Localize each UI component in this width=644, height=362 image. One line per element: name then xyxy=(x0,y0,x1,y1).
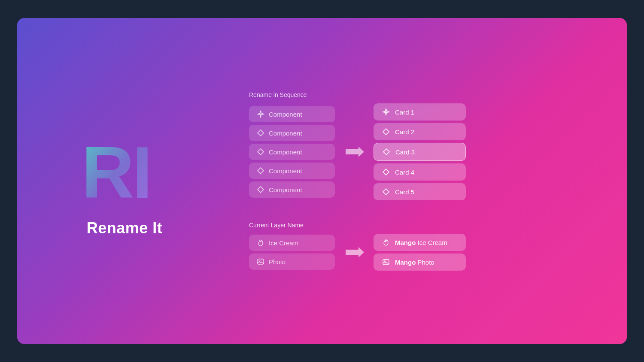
layer-output-cards-column: Mango Ice Cream Mango Photo xyxy=(374,234,466,271)
svg-text:RI: RI xyxy=(82,132,150,211)
photo-icon xyxy=(257,258,264,265)
list-item: Ice Cream xyxy=(249,235,335,251)
list-item: Card 5 xyxy=(374,183,466,200)
list-item: Photo xyxy=(249,253,335,270)
svg-point-1 xyxy=(260,114,261,115)
list-item: Card 2 xyxy=(374,123,466,140)
diamond-icon xyxy=(382,168,390,176)
output-card-text: Card 4 xyxy=(395,169,414,176)
list-item: Component xyxy=(249,181,335,198)
diamond-icon xyxy=(257,129,264,137)
svg-marker-6 xyxy=(346,247,364,257)
photo-icon xyxy=(382,258,390,266)
layer-input-text: Ice Cream xyxy=(269,239,298,247)
list-item: Card 1 xyxy=(374,103,466,121)
diamond-icon xyxy=(257,186,264,193)
current-layer-panel: Current Layer Name Ice Cream xyxy=(249,222,601,271)
app-logo: RI xyxy=(77,125,172,211)
layer-input-text: Photo xyxy=(269,258,286,265)
current-layer-content: Ice Cream Photo xyxy=(249,234,601,271)
rename-sequence-panel: Rename in Sequence Component xyxy=(249,91,601,200)
output-card-text: Card 3 xyxy=(395,148,415,156)
diamond-icon xyxy=(383,148,390,156)
svg-marker-2 xyxy=(346,147,364,157)
input-card-text: Component xyxy=(269,130,302,137)
layer-input-cards-column: Ice Cream Photo xyxy=(249,235,335,270)
svg-point-5 xyxy=(259,260,260,262)
layer-output-text: Mango Ice Cream xyxy=(395,239,447,246)
output-card-text: Card 1 xyxy=(395,109,414,116)
right-arrow-icon xyxy=(343,244,365,261)
logo-container: RI xyxy=(77,125,172,211)
main-container: RI Rename It Rename in Sequence xyxy=(17,18,627,344)
output-card-text: Card 5 xyxy=(395,188,414,196)
svg-rect-7 xyxy=(383,259,389,265)
input-cards-column: Component Component Component xyxy=(249,106,335,198)
svg-point-3 xyxy=(386,112,387,113)
left-section: RI Rename It xyxy=(17,108,232,254)
diamond-icon xyxy=(382,188,390,196)
input-card-text: Component xyxy=(269,148,302,156)
svg-rect-4 xyxy=(258,259,264,264)
diamond-icon xyxy=(257,167,264,175)
input-card-text: Component xyxy=(269,186,302,193)
svg-point-8 xyxy=(384,261,386,262)
layer-output-text: Mango Photo xyxy=(395,259,434,266)
diamond-icon xyxy=(257,148,264,156)
rename-sequence-label: Rename in Sequence xyxy=(249,91,601,98)
current-layer-label: Current Layer Name xyxy=(249,222,601,229)
list-item: Mango Ice Cream xyxy=(374,234,466,251)
list-item: Mango Photo xyxy=(374,253,466,271)
flame-icon xyxy=(382,238,390,246)
list-item: Component xyxy=(249,106,335,122)
rename-sequence-content: Component Component Component xyxy=(249,103,601,200)
right-section: Rename in Sequence Component xyxy=(232,78,627,284)
diamond-icon xyxy=(382,128,390,136)
app-name: Rename It xyxy=(87,219,163,237)
list-item: Component xyxy=(249,163,335,179)
right-arrow-icon xyxy=(343,143,365,160)
list-item: Card 3 xyxy=(374,143,466,161)
output-cards-column: Card 1 Card 2 Card 3 xyxy=(374,103,466,200)
layer-arrow xyxy=(343,244,365,261)
output-card-text: Card 2 xyxy=(395,128,414,136)
list-item: Component xyxy=(249,144,335,160)
sequence-arrow xyxy=(343,143,365,160)
list-item: Component xyxy=(249,125,335,141)
input-card-text: Component xyxy=(269,111,302,118)
sparkle-icon xyxy=(382,108,390,116)
flame-icon xyxy=(257,239,264,247)
input-card-text: Component xyxy=(269,167,302,175)
sparkle-icon xyxy=(257,110,264,118)
list-item: Card 4 xyxy=(374,163,466,181)
